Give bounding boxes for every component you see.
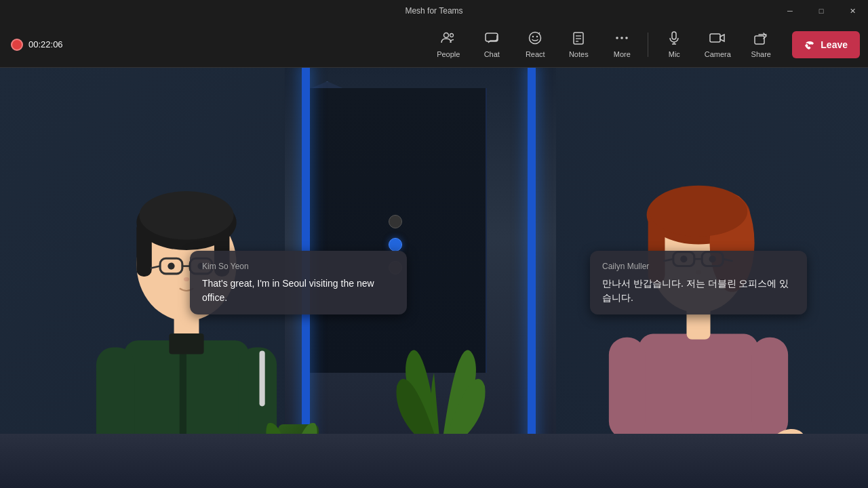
stripe-right xyxy=(528,68,536,488)
recording-timer: 00:22:06 xyxy=(28,39,63,49)
svg-point-29 xyxy=(139,191,233,240)
chat-label: Chat xyxy=(484,50,500,58)
window-controls: ─ □ ✕ xyxy=(774,0,868,22)
svg-rect-17 xyxy=(755,36,764,44)
app-title: Mesh for Teams xyxy=(405,6,462,16)
toolbar-divider xyxy=(648,33,648,57)
react-button[interactable]: React xyxy=(515,24,555,65)
notes-button[interactable]: Notes xyxy=(558,24,599,65)
panel-btn-1 xyxy=(389,215,402,228)
share-icon xyxy=(753,30,768,47)
share-label: Share xyxy=(751,50,771,58)
toolbar-actions: People Chat Rea xyxy=(428,24,860,65)
share-button[interactable]: Share xyxy=(741,24,781,65)
svg-point-0 xyxy=(444,33,449,38)
more-label: More xyxy=(614,50,631,58)
toolbar: 00:22:06 People Chat xyxy=(0,22,868,68)
svg-point-4 xyxy=(532,36,534,37)
svg-rect-42 xyxy=(751,338,788,439)
recording-indicator: 00:22:06 xyxy=(11,39,63,51)
minimize-button[interactable]: ─ xyxy=(774,0,806,22)
svg-point-1 xyxy=(450,34,454,37)
more-button[interactable]: More xyxy=(601,24,642,65)
chat-button[interactable]: Chat xyxy=(471,24,512,65)
speaker-name-kim: Kim So Yeon xyxy=(202,260,395,272)
svg-rect-13 xyxy=(672,32,676,39)
notes-icon xyxy=(571,30,586,47)
react-label: React xyxy=(526,50,545,58)
svg-point-49 xyxy=(650,186,748,237)
people-icon xyxy=(441,30,456,47)
notes-label: Notes xyxy=(569,50,589,58)
leave-button[interactable]: Leave xyxy=(792,31,860,58)
svg-point-11 xyxy=(620,37,623,39)
svg-point-35 xyxy=(167,262,174,269)
leave-phone-icon xyxy=(804,39,815,50)
panel-btn-lit xyxy=(389,238,402,251)
svg-rect-23 xyxy=(260,351,265,407)
chat-icon xyxy=(484,30,499,47)
close-button[interactable]: ✕ xyxy=(837,0,868,22)
title-bar: Mesh for Teams ─ □ ✕ xyxy=(0,0,868,22)
speech-bubble-cailyn: Cailyn Muller 만나서 반갑습니다. 저는 더블린 오피스에 있습니… xyxy=(590,251,807,314)
camera-label: Camera xyxy=(705,50,731,58)
svg-rect-41 xyxy=(609,338,646,439)
svg-point-12 xyxy=(625,37,628,39)
mic-label: Mic xyxy=(669,50,680,58)
mic-button[interactable]: Mic xyxy=(654,24,694,65)
more-icon xyxy=(614,30,629,47)
mic-icon xyxy=(667,30,682,47)
maximize-button[interactable]: □ xyxy=(806,0,837,22)
svg-point-10 xyxy=(616,37,618,39)
svg-rect-38 xyxy=(169,333,203,354)
speech-bubble-kim: Kim So Yeon That's great, I'm in Seoul v… xyxy=(190,251,407,314)
svg-point-3 xyxy=(530,33,541,44)
svg-point-5 xyxy=(536,36,538,37)
svg-rect-16 xyxy=(710,34,720,42)
leave-label: Leave xyxy=(821,39,848,50)
speech-text-cailyn: 만나서 반갑습니다. 저는 더블린 오피스에 있습니다. xyxy=(602,277,795,305)
floor xyxy=(0,434,868,488)
speech-text-kim: That's great, I'm in Seoul visiting the … xyxy=(202,277,395,305)
camera-button[interactable]: Camera xyxy=(697,24,738,65)
camera-icon xyxy=(709,30,726,47)
people-button[interactable]: People xyxy=(428,24,469,65)
recording-dot xyxy=(11,39,23,51)
people-label: People xyxy=(437,50,460,58)
speaker-name-cailyn: Cailyn Muller xyxy=(602,260,795,272)
react-icon xyxy=(528,30,542,47)
scene: Kim So Yeon That's great, I'm in Seoul v… xyxy=(0,68,868,488)
svg-point-37 xyxy=(184,277,189,281)
